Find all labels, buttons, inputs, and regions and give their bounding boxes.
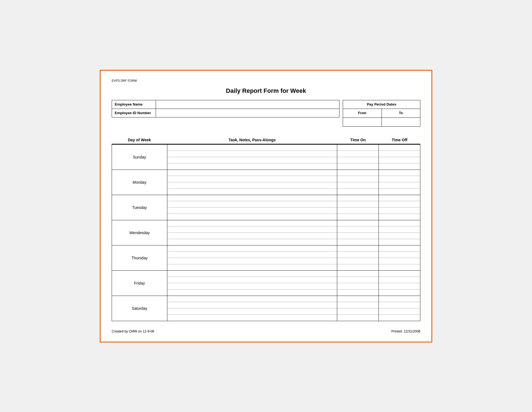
day-cell-wendesday: Wendesday	[112, 220, 167, 245]
task-cell-wendesday[interactable]	[167, 220, 337, 245]
task-cell-saturday[interactable]	[167, 296, 337, 321]
employee-name-row: Employee Name	[112, 100, 339, 109]
timeoff-cell-saturday[interactable]	[379, 296, 420, 321]
pay-period-to-label: To	[382, 109, 421, 118]
timeon-cell-thursday[interactable]	[337, 245, 379, 270]
timeon-cell-wendesday[interactable]	[337, 220, 379, 245]
form-title: Daily Report Form for Week	[112, 87, 420, 94]
table-row: Wendesday	[112, 220, 420, 245]
employee-id-input[interactable]	[156, 109, 339, 117]
task-cell-friday[interactable]	[167, 270, 337, 296]
table-row: Thursday	[112, 245, 420, 270]
pay-period-inputs	[343, 118, 420, 127]
timeoff-cell-tuesday[interactable]	[379, 195, 420, 220]
pay-period-from-label: From	[343, 109, 382, 118]
info-left: Employee Name Employee ID Number	[112, 100, 339, 127]
pay-period-section: Pay Period Dates From To	[343, 100, 420, 127]
table-row: Sunday	[112, 144, 420, 170]
employee-name-input[interactable]	[156, 100, 339, 109]
info-section: Employee Name Employee ID Number Pay Per…	[112, 100, 420, 127]
day-cell-friday: Friday	[112, 270, 167, 296]
table-row: Tuesday	[112, 195, 420, 220]
timeoff-cell-sunday[interactable]	[379, 144, 420, 170]
employee-id-label: Employee ID Number	[112, 109, 156, 117]
col-header-timeoff: Time Off	[379, 138, 420, 144]
page-container: EVFD DRF FORM Daily Report Form for Week…	[100, 70, 432, 342]
footer-created: Created by CMW on 12-9-08	[112, 329, 154, 333]
pay-period-header: Pay Period Dates	[343, 100, 420, 109]
day-cell-sunday: Sunday	[112, 144, 167, 170]
column-headers: Day of Week Task, Notes, Pass-Alongs Tim…	[112, 138, 420, 144]
week-table: SundayMondayTuesdayWendesdayThursdayFrid…	[112, 144, 420, 321]
day-cell-saturday: Saturday	[112, 296, 167, 321]
pay-period-labels: From To	[343, 109, 420, 118]
task-cell-sunday[interactable]	[167, 144, 337, 170]
footer: Created by CMW on 12-9-08 Printed: 12/31…	[112, 329, 420, 333]
table-row: Monday	[112, 170, 420, 195]
employee-id-row: Employee ID Number	[112, 109, 339, 117]
pay-period-from-input[interactable]	[343, 118, 382, 127]
timeoff-cell-monday[interactable]	[379, 170, 420, 195]
timeoff-cell-thursday[interactable]	[379, 245, 420, 270]
timeon-cell-saturday[interactable]	[337, 296, 379, 321]
employee-name-label: Employee Name	[112, 100, 156, 109]
day-cell-thursday: Thursday	[112, 245, 167, 270]
footer-printed: Printed: 12/31/2008	[391, 329, 420, 333]
task-cell-thursday[interactable]	[167, 245, 337, 270]
col-header-tasks: Task, Notes, Pass-Alongs	[167, 138, 337, 144]
timeoff-cell-friday[interactable]	[379, 270, 420, 296]
task-cell-tuesday[interactable]	[167, 195, 337, 220]
day-cell-tuesday: Tuesday	[112, 195, 167, 220]
timeon-cell-friday[interactable]	[337, 270, 379, 296]
timeon-cell-sunday[interactable]	[337, 144, 379, 170]
task-cell-monday[interactable]	[167, 170, 337, 195]
col-header-day: Day of Week	[112, 138, 167, 144]
form-header-label: EVFD DRF FORM	[112, 79, 420, 82]
table-row: Friday	[112, 270, 420, 296]
day-cell-monday: Monday	[112, 170, 167, 195]
timeon-cell-monday[interactable]	[337, 170, 379, 195]
col-header-timeon: Time On	[337, 138, 379, 144]
table-row: Saturday	[112, 296, 420, 321]
pay-period-to-input[interactable]	[382, 118, 421, 127]
timeoff-cell-wendesday[interactable]	[379, 220, 420, 245]
timeon-cell-tuesday[interactable]	[337, 195, 379, 220]
